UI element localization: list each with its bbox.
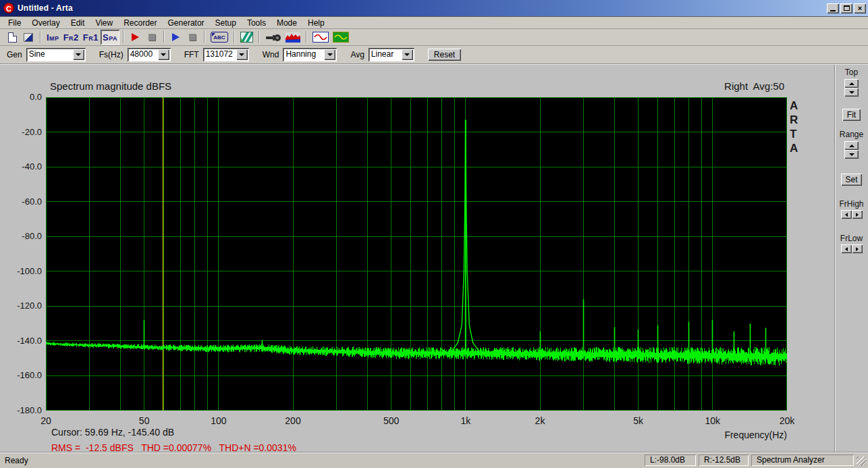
arrow-right-icon <box>856 247 859 251</box>
arrow-right-icon <box>856 213 859 217</box>
reset-button[interactable]: Reset <box>428 49 461 61</box>
maximize-button[interactable] <box>840 3 852 14</box>
stop-icon <box>189 34 196 41</box>
x-tick-label: 10k <box>698 415 728 426</box>
top-label: Top <box>845 68 858 77</box>
fr2-mode-button[interactable]: Fr2 <box>61 30 81 45</box>
overlay-button[interactable] <box>20 30 36 45</box>
x-tick-label: 2k <box>525 415 555 426</box>
overlay-icon <box>24 33 33 42</box>
sine-red-icon <box>313 32 329 43</box>
record-button[interactable] <box>128 30 144 45</box>
frhigh-left-button[interactable] <box>841 210 852 219</box>
menu-help[interactable]: Help <box>302 18 330 28</box>
y-tick-label: -180.0 <box>0 405 42 415</box>
x-tick-label: 50 <box>130 415 159 426</box>
frhigh-right-button[interactable] <box>852 210 863 219</box>
signal-stripes-icon <box>240 32 253 43</box>
range-down-button[interactable] <box>844 150 859 159</box>
cursor-readout: Cursor: 59.69 Hz, -145.40 dB <box>51 427 174 438</box>
gen-label: Gen <box>7 50 22 59</box>
chevron-down-icon[interactable] <box>236 49 248 60</box>
fs-combobox[interactable]: 48000 <box>128 48 171 61</box>
range-up-button[interactable] <box>844 141 859 150</box>
wnd-combobox[interactable]: Hanning <box>283 48 337 61</box>
top-down-button[interactable] <box>844 88 859 97</box>
menu-view[interactable]: View <box>90 18 118 28</box>
frlow-left-button[interactable] <box>841 244 852 253</box>
arrow-down-icon <box>849 91 855 94</box>
range-label: Range <box>840 130 863 139</box>
x-tick-label: 20k <box>772 415 802 426</box>
side-panel: Top Fit Range Set FrHigh FrLow <box>834 65 868 452</box>
menu-recorder[interactable]: Recorder <box>118 18 162 28</box>
scope-view-button[interactable] <box>238 30 255 45</box>
menu-setup[interactable]: Setup <box>210 18 242 28</box>
record-stop-button[interactable] <box>144 30 160 45</box>
impulse-mode-button[interactable]: Imp <box>45 30 61 45</box>
minimize-button[interactable] <box>827 3 839 14</box>
arrow-left-icon <box>845 247 848 251</box>
frlow-right-button[interactable] <box>852 244 863 253</box>
close-button[interactable]: × <box>854 3 866 14</box>
sine-green-icon <box>333 32 349 43</box>
new-file-button[interactable] <box>4 30 20 45</box>
spectrum-view-button[interactable] <box>283 30 302 45</box>
app-icon: C <box>3 3 14 14</box>
play-stop-button[interactable] <box>184 30 200 45</box>
probe-button[interactable] <box>263 30 283 45</box>
graph-area: Spectrum magnitude dBFS Right Avg:50 ART… <box>0 65 834 452</box>
menu-tools[interactable]: Tools <box>242 18 271 28</box>
x-tick-label: 100 <box>204 415 234 426</box>
toolbar-separator <box>259 31 260 43</box>
top-up-button[interactable] <box>844 79 859 88</box>
menu-mode[interactable]: Mode <box>271 18 302 28</box>
gen-combobox[interactable]: Sine <box>26 48 86 61</box>
arrow-up-icon <box>849 145 855 147</box>
record-icon <box>132 33 139 41</box>
y-tick-label: -20.0 <box>0 127 42 137</box>
labels-button[interactable]: ABC <box>209 30 230 45</box>
status-message: Ready <box>0 456 645 465</box>
menu-generator[interactable]: Generator <box>163 18 210 28</box>
chevron-down-icon[interactable] <box>402 49 413 60</box>
new-file-icon <box>8 32 17 43</box>
waveform-red-blue-icon <box>286 32 300 43</box>
y-tick-label: -160.0 <box>0 370 42 380</box>
sine-generator-button[interactable] <box>310 30 331 45</box>
y-tick-label: -40.0 <box>0 161 42 172</box>
chevron-down-icon[interactable] <box>158 49 169 60</box>
frlow-label: FrLow <box>840 234 863 243</box>
menu-overlay[interactable]: Overlay <box>26 18 65 28</box>
fft-combobox[interactable]: 131072 <box>203 48 249 61</box>
fit-button[interactable]: Fit <box>842 109 861 121</box>
arrow-left-icon <box>845 213 848 217</box>
spectrum-plot[interactable] <box>46 97 787 411</box>
x-tick-label: 1k <box>451 415 481 426</box>
stop-icon <box>148 34 155 41</box>
toolbar: Imp Fr2 Fr1 Spa ABC <box>0 29 868 46</box>
toolbar-separator <box>40 31 41 43</box>
wnd-label: Wnd <box>263 50 279 59</box>
chevron-down-icon[interactable] <box>324 49 335 60</box>
spa-mode-button[interactable]: Spa <box>101 30 119 45</box>
fr1-mode-button[interactable]: Fr1 <box>81 30 101 45</box>
workspace: Spectrum magnitude dBFS Right Avg:50 ART… <box>0 64 868 452</box>
y-tick-label: -120.0 <box>0 301 42 311</box>
x-tick-label: 20 <box>31 415 61 426</box>
window-title: Untitled - Arta <box>18 3 827 13</box>
chevron-down-icon[interactable] <box>73 49 84 60</box>
menu-edit[interactable]: Edit <box>65 18 90 28</box>
x-tick-label: 500 <box>377 415 406 426</box>
avg-combobox[interactable]: Linear <box>369 48 414 61</box>
y-tick-label: 0.0 <box>0 92 42 102</box>
toolbar-separator <box>234 31 235 43</box>
set-button[interactable]: Set <box>841 174 861 186</box>
menu-file[interactable]: File <box>3 18 26 28</box>
signal-generator-button[interactable] <box>331 30 351 45</box>
maximize-icon <box>844 5 850 11</box>
toolbar-separator <box>163 31 165 43</box>
play-button[interactable] <box>168 30 184 45</box>
resize-grip-icon[interactable] <box>857 457 866 466</box>
y-tick-label: -140.0 <box>0 336 42 346</box>
